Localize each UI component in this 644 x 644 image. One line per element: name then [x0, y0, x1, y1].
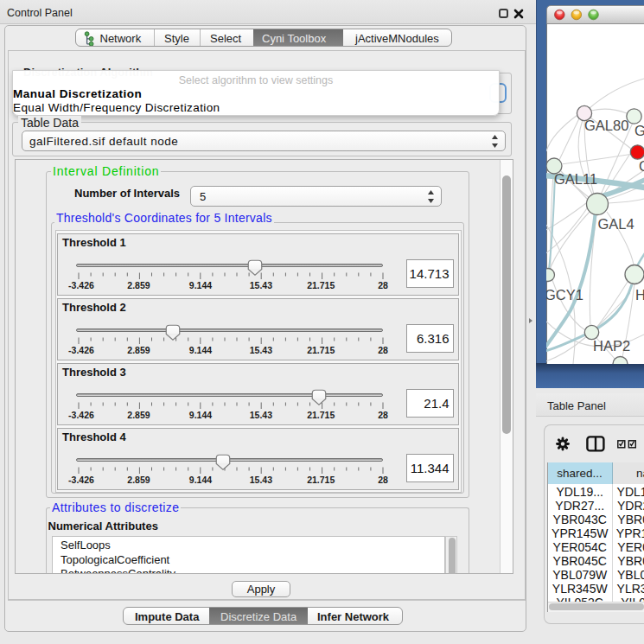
svg-text:HAP2: HAP2 [593, 338, 630, 354]
svg-text:GCY1: GCY1 [546, 287, 583, 303]
svg-text:GAL4: GAL4 [598, 216, 634, 232]
svg-text:H: H [635, 287, 644, 303]
svg-text:GA: GA [634, 123, 644, 138]
svg-text:GAL80: GAL80 [584, 118, 628, 133]
svg-text:GAL11: GAL11 [554, 171, 597, 187]
svg-text:C: C [639, 158, 644, 174]
